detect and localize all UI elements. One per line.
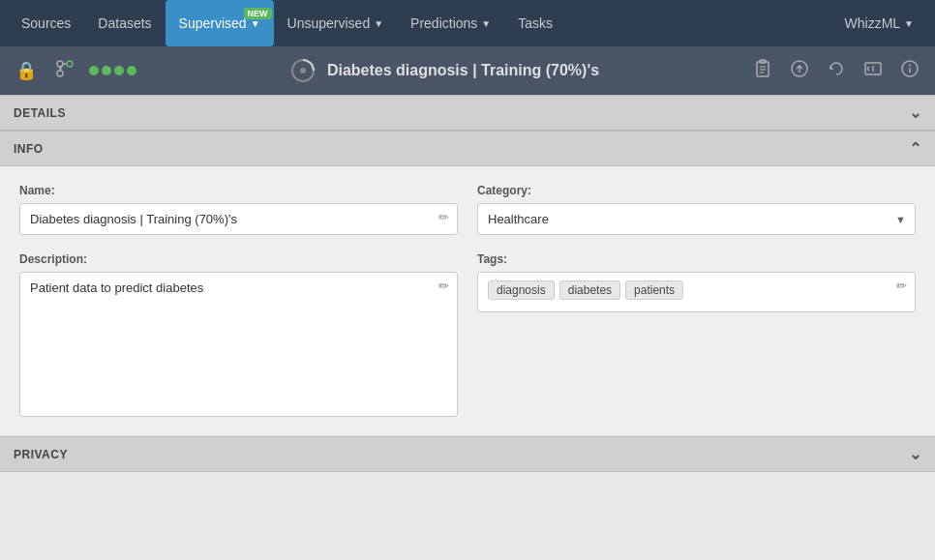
toolbar-title: Diabetes diagnosis | Training (70%)'s [146, 54, 739, 87]
dot-3 [114, 66, 124, 75]
category-select[interactable]: Healthcare Finance Education Science Oth… [477, 203, 916, 235]
tags-container: diagnosis diabetes patients ✏ [477, 272, 916, 312]
nav-label-sources: Sources [21, 15, 71, 31]
svg-line-16 [867, 67, 869, 69]
nav-item-datasets[interactable]: Datasets [84, 0, 165, 46]
branch-icon[interactable] [50, 54, 79, 88]
nav-item-tasks[interactable]: Tasks [504, 0, 566, 46]
dot-2 [102, 66, 111, 75]
page-title: Diabetes diagnosis | Training (70%)'s [327, 62, 599, 79]
info-chevron: ⌃ [909, 139, 922, 158]
tags-label: Tags: [477, 252, 916, 266]
tag-diabetes: diabetes [559, 280, 620, 300]
tag-diagnosis: diagnosis [488, 280, 555, 300]
right-column: Category: Healthcare Finance Education S… [477, 184, 916, 417]
toolbar-actions [749, 55, 923, 87]
details-section-header[interactable]: DETAILS ⌄ [0, 95, 935, 131]
code-icon[interactable] [860, 55, 887, 87]
info-content: Name: Diabetes diagnosis | Training (70%… [0, 166, 935, 434]
privacy-section-header[interactable]: PRIVACY ⌄ [0, 436, 935, 472]
left-column: Name: Diabetes diagnosis | Training (70%… [19, 184, 458, 417]
nav-item-predictions[interactable]: Predictions ▼ [397, 0, 504, 46]
user-caret: ▼ [904, 18, 914, 29]
privacy-chevron: ⌄ [909, 445, 922, 463]
description-field: Patient data to predict diabetes ✏ [19, 272, 458, 417]
info-icon[interactable] [896, 55, 923, 87]
nav-label-predictions: Predictions [410, 15, 477, 31]
clipboard-icon[interactable] [749, 55, 776, 87]
description-value: Patient data to predict diabetes [30, 280, 203, 295]
supervised-caret: ▼ [251, 18, 260, 29]
nav-label-unsupervised: Unsupervised [287, 15, 371, 31]
details-label: DETAILS [14, 106, 66, 120]
description-label: Description: [19, 252, 458, 266]
new-badge: NEW [244, 8, 272, 19]
name-field: Diabetes diagnosis | Training (70%)'s ✏ [19, 203, 458, 235]
info-section-header[interactable]: INFO ⌃ [0, 131, 935, 166]
privacy-label: PRIVACY [14, 448, 68, 461]
dot-4 [127, 66, 136, 75]
svg-point-7 [300, 68, 306, 74]
nav-label-datasets: Datasets [98, 15, 151, 31]
nav-item-unsupervised[interactable]: Unsupervised ▼ [274, 0, 398, 46]
tag-patients: patients [625, 280, 683, 300]
nav-item-supervised[interactable]: Supervised NEW ▼ [166, 0, 274, 46]
svg-point-2 [57, 71, 63, 76]
svg-point-21 [909, 64, 911, 66]
name-label: Name: [19, 184, 458, 197]
category-select-wrapper: Healthcare Finance Education Science Oth… [477, 203, 916, 235]
nav-item-sources[interactable]: Sources [8, 0, 84, 46]
dot-1 [89, 66, 99, 75]
tags-field-group: Tags: diagnosis diabetes patients ✏ [477, 252, 916, 312]
status-dots [89, 66, 136, 75]
category-field-group: Category: Healthcare Finance Education S… [477, 184, 916, 235]
name-field-group: Name: Diabetes diagnosis | Training (70%… [19, 184, 458, 235]
nav-item-user[interactable]: WhizzML ▼ [831, 0, 927, 46]
unsupervised-caret: ▼ [374, 18, 383, 29]
name-edit-icon[interactable]: ✏ [438, 210, 449, 224]
description-field-group: Description: Patient data to predict dia… [19, 252, 458, 417]
toolbar: 🔒 Diabetes diagnosis | Training (70%)'s [0, 46, 935, 95]
category-label: Category: [477, 184, 916, 197]
lock-icon[interactable]: 🔒 [12, 56, 41, 85]
svg-point-1 [67, 61, 73, 67]
nav-label-tasks: Tasks [518, 15, 553, 31]
description-edit-icon[interactable]: ✏ [438, 279, 449, 293]
nav-label-supervised: Supervised [179, 15, 247, 31]
predictions-caret: ▼ [481, 18, 491, 29]
user-label: WhizzML [845, 15, 901, 31]
tags-edit-icon[interactable]: ✏ [896, 279, 907, 293]
info-grid: Name: Diabetes diagnosis | Training (70%… [19, 184, 916, 417]
svg-line-17 [867, 69, 869, 71]
name-value: Diabetes diagnosis | Training (70%)'s [30, 212, 237, 226]
navbar: Sources Datasets Supervised NEW ▼ Unsupe… [0, 0, 935, 46]
refresh-icon[interactable] [823, 55, 850, 87]
details-chevron: ⌄ [909, 103, 922, 122]
info-label: INFO [14, 142, 44, 156]
main-content: DETAILS ⌄ INFO ⌃ Name: Diabetes diagnosi… [0, 95, 935, 472]
upload-icon[interactable] [786, 55, 813, 87]
